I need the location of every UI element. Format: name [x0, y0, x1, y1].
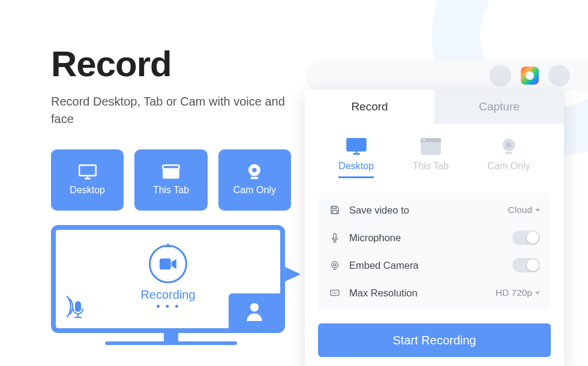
recording-indicator-icon [149, 245, 187, 283]
svg-rect-21 [505, 152, 512, 154]
tab-record[interactable]: Record [305, 90, 434, 124]
setting-microphone: Microphone [329, 224, 540, 251]
source-desktop[interactable]: Desktop [338, 138, 374, 178]
mode-card-label: Desktop [70, 185, 105, 196]
source-label: This Tab [413, 161, 449, 172]
toolbar-placeholder-icon [490, 65, 511, 86]
webcam-pip-icon [229, 293, 280, 328]
svg-point-6 [253, 168, 257, 173]
tab-icon [162, 164, 180, 179]
setting-label: Microphone [349, 232, 504, 244]
mode-card-label: Cam Only [233, 185, 276, 196]
hero-section: Record Record Desktop, Tab or Cam with v… [51, 43, 291, 345]
page-title: Record [51, 43, 291, 85]
source-cam[interactable]: Cam Only [488, 138, 530, 178]
svg-point-28 [334, 263, 336, 266]
desktop-icon [79, 164, 97, 179]
mode-card-tab[interactable]: This Tab [134, 149, 207, 211]
setting-save-to: Save video to Cloud [329, 196, 540, 224]
svg-rect-7 [251, 177, 259, 179]
setting-label: Save video to [349, 205, 500, 216]
svg-rect-0 [79, 165, 96, 176]
svg-point-18 [423, 139, 425, 141]
monitor-illustration: Recording • • • [51, 225, 291, 345]
extension-popup: Record Capture Desktop This Tab Cam Only… [305, 90, 564, 366]
setting-label: Embed Camera [349, 260, 504, 271]
svg-rect-23 [332, 211, 337, 214]
webcam-icon [245, 164, 263, 179]
setting-max-resolution: HD Max Resolution HD 720p [329, 279, 540, 307]
svg-point-12 [250, 303, 259, 311]
save-to-dropdown[interactable]: Cloud [508, 205, 541, 215]
source-selector: Desktop This Tab Cam Only [305, 124, 564, 184]
svg-point-20 [506, 143, 511, 148]
microphone-toggle[interactable] [512, 230, 540, 245]
microphone-wave-icon [65, 291, 91, 322]
svg-rect-8 [160, 259, 171, 270]
source-tab[interactable]: This Tab [413, 138, 449, 178]
mode-card-desktop[interactable]: Desktop [51, 149, 124, 211]
svg-rect-13 [347, 139, 365, 151]
settings-panel: Save video to Cloud Microphone Embed Cam… [318, 193, 551, 310]
avatar-placeholder-icon [548, 65, 570, 86]
chevron-down-icon [535, 292, 540, 295]
svg-rect-9 [76, 302, 80, 311]
source-label: Desktop [338, 161, 374, 172]
page-subtitle: Record Desktop, Tab or Cam with voice an… [51, 93, 291, 128]
tab-capture[interactable]: Capture [434, 90, 564, 124]
mode-card-label: This Tab [153, 185, 189, 196]
setting-embed-camera: Embed Camera [329, 251, 540, 279]
resolution-dropdown[interactable]: HD 720p [496, 287, 540, 298]
browser-toolbar [306, 60, 588, 91]
svg-rect-24 [334, 233, 337, 239]
camera-icon [329, 260, 341, 271]
embed-camera-toggle[interactable] [512, 258, 540, 272]
extension-icon[interactable] [521, 67, 539, 85]
resolution-icon: HD [329, 287, 341, 298]
popup-tabs: Record Capture [305, 90, 564, 124]
svg-text:HD: HD [332, 291, 337, 295]
mode-cards: Desktop This Tab Cam Only [51, 149, 291, 211]
start-recording-button[interactable]: Start Recording [318, 323, 551, 357]
svg-rect-4 [163, 165, 179, 169]
svg-rect-22 [332, 206, 336, 209]
chevron-down-icon [535, 209, 540, 212]
source-label: Cam Only [488, 161, 530, 172]
save-icon [329, 205, 341, 215]
microphone-icon [329, 232, 341, 243]
pointer-arrow-icon [280, 265, 301, 284]
mode-card-cam[interactable]: Cam Only [218, 149, 291, 211]
setting-label: Max Resolution [349, 287, 487, 299]
recording-dots: • • • [157, 301, 180, 313]
recording-status: Recording [140, 288, 195, 302]
svg-point-27 [332, 262, 338, 268]
